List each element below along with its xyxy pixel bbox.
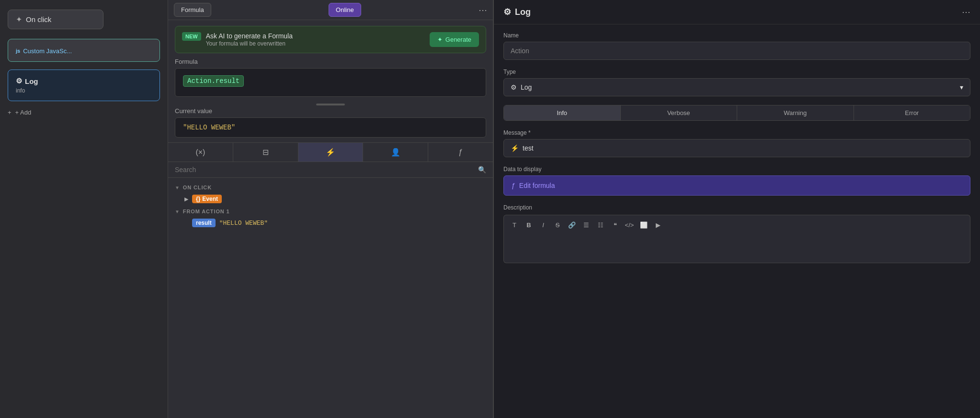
log-subtitle: info bbox=[16, 87, 152, 94]
generate-button[interactable]: ✦ Generate bbox=[430, 32, 479, 47]
current-value-box: "HELLO WEWEB" bbox=[175, 117, 486, 138]
data-label: Data to display bbox=[503, 166, 970, 173]
js-badge: js Custom JavaSc... bbox=[16, 47, 72, 55]
icon-tab-actions[interactable]: ⚡ bbox=[298, 143, 364, 162]
on-click-group-header[interactable]: ▼ ON CLICK bbox=[175, 182, 486, 192]
right-panel-header: ⚙ Log ⋯ bbox=[494, 0, 980, 24]
custom-js-label: Custom JavaSc... bbox=[23, 47, 72, 55]
desc-tool-bold[interactable]: B bbox=[522, 218, 536, 232]
result-badge: result bbox=[192, 219, 216, 227]
tree-section: ▼ ON CLICK ▶ {} Event ▼ FROM ACTION 1 re… bbox=[168, 178, 493, 418]
message-label: Message * bbox=[503, 129, 970, 136]
users-icon: 👤 bbox=[391, 148, 400, 157]
on-click-group-label: ON CLICK bbox=[183, 185, 212, 190]
top-bar: Formula Online ⋯ bbox=[168, 0, 493, 20]
log-gear-icon: ⚙ bbox=[16, 77, 22, 85]
formula-icon: ƒ bbox=[458, 148, 463, 157]
divider-handle[interactable] bbox=[168, 102, 493, 107]
formula-value: Action.result bbox=[183, 75, 244, 87]
log-level-tabs: Info Verbose Warning Error bbox=[503, 105, 970, 121]
divider-pill bbox=[316, 104, 345, 105]
left-panel: ✦ On click js Custom JavaSc... ⚙ Log inf… bbox=[0, 0, 168, 418]
message-input[interactable]: ⚡ test bbox=[503, 139, 970, 157]
from-action-group-header[interactable]: ▼ FROM ACTION 1 bbox=[175, 206, 486, 216]
desc-tool-italic[interactable]: I bbox=[536, 218, 550, 232]
center-panel: Formula Online ⋯ NEW Ask AI to generate … bbox=[168, 0, 493, 418]
right-panel-body: Name Action Type ⚙ Log ▾ Info Verbose Wa… bbox=[494, 24, 980, 418]
desc-tool-text[interactable]: T bbox=[508, 218, 521, 232]
message-field-group: Message * ⚡ test bbox=[503, 129, 970, 157]
spark-icon: ✦ bbox=[16, 15, 22, 24]
add-row[interactable]: + + Add bbox=[8, 109, 160, 116]
ai-banner-left: NEW Ask AI to generate a Formula Your fo… bbox=[182, 32, 293, 47]
data-icon: ⊟ bbox=[262, 148, 269, 157]
type-select[interactable]: ⚙ Log ▾ bbox=[503, 78, 970, 96]
custom-js-card[interactable]: js Custom JavaSc... bbox=[8, 39, 160, 62]
formula-func-icon: ƒ bbox=[512, 182, 515, 189]
ai-text: Ask AI to generate a Formula Your formul… bbox=[206, 32, 293, 47]
curly-icon: {} bbox=[196, 196, 200, 202]
desc-tool-bullet[interactable]: ☰ bbox=[580, 218, 593, 232]
desc-tool-code[interactable]: </> bbox=[623, 218, 636, 232]
log-card[interactable]: ⚙ Log info bbox=[8, 70, 160, 101]
icon-row: (×) ⊟ ⚡ 👤 ƒ bbox=[168, 142, 493, 162]
right-panel-more-button[interactable]: ⋯ bbox=[962, 7, 970, 17]
icon-tab-variables[interactable]: (×) bbox=[168, 143, 233, 162]
wand-icon: ⚡ bbox=[511, 144, 519, 152]
message-value: test bbox=[523, 144, 534, 152]
add-icon: + bbox=[8, 109, 11, 116]
type-value: Log bbox=[521, 83, 532, 91]
type-chevron-icon: ▾ bbox=[960, 83, 963, 91]
generate-spark-icon: ✦ bbox=[437, 36, 443, 43]
name-input[interactable]: Action bbox=[503, 42, 970, 60]
type-label: Type bbox=[503, 69, 970, 75]
type-select-inner: ⚙ Log bbox=[511, 83, 532, 91]
generate-label: Generate bbox=[445, 36, 471, 43]
result-value: "HELLO WEWEB" bbox=[219, 220, 268, 227]
type-log-icon: ⚙ bbox=[511, 83, 517, 91]
edit-formula-label: Edit formula bbox=[519, 182, 555, 189]
icon-tab-data[interactable]: ⊟ bbox=[233, 143, 298, 162]
from-action-chevron-icon: ▼ bbox=[175, 209, 180, 214]
level-tab-verbose[interactable]: Verbose bbox=[621, 105, 738, 120]
event-badge: {} Event bbox=[192, 195, 222, 203]
ai-title: Ask AI to generate a Formula bbox=[206, 32, 293, 40]
edit-formula-button[interactable]: ƒ Edit formula bbox=[503, 175, 970, 196]
name-field-group: Name Action bbox=[503, 32, 970, 60]
on-click-label: On click bbox=[26, 15, 51, 23]
search-icon: 🔍 bbox=[478, 166, 486, 174]
right-panel: ⚙ Log ⋯ Name Action Type ⚙ Log ▾ Info Ve… bbox=[493, 0, 980, 418]
actions-icon: ⚡ bbox=[326, 148, 335, 157]
icon-tab-users[interactable]: 👤 bbox=[363, 143, 428, 162]
level-tab-warning[interactable]: Warning bbox=[737, 105, 854, 120]
ai-subtitle: Your formula will be overwritten bbox=[206, 40, 293, 47]
ai-banner: NEW Ask AI to generate a Formula Your fo… bbox=[175, 26, 486, 53]
desc-tool-image[interactable]: ⬜ bbox=[637, 218, 650, 232]
current-value-label: Current value bbox=[175, 107, 486, 115]
desc-tool-video[interactable]: ▶ bbox=[651, 218, 665, 232]
type-field-group: Type ⚙ Log ▾ bbox=[503, 69, 970, 96]
event-tree-item[interactable]: ▶ {} Event bbox=[175, 192, 486, 206]
desc-tool-quote[interactable]: ❝ bbox=[608, 218, 622, 232]
description-area[interactable] bbox=[503, 234, 970, 263]
name-label: Name bbox=[503, 32, 970, 39]
log-title: ⚙ Log bbox=[16, 77, 152, 85]
desc-tool-strike[interactable]: S bbox=[551, 218, 564, 232]
more-options-button[interactable]: ⋯ bbox=[479, 5, 487, 15]
level-tab-error[interactable]: Error bbox=[854, 105, 970, 120]
log-level-field-group: Info Verbose Warning Error bbox=[503, 105, 970, 121]
data-display-field-group: Data to display ƒ Edit formula bbox=[503, 166, 970, 196]
result-tree-item[interactable]: result "HELLO WEWEB" bbox=[175, 216, 486, 230]
icon-tab-formula[interactable]: ƒ bbox=[428, 143, 493, 162]
tab-formula[interactable]: Formula bbox=[174, 3, 211, 17]
variables-icon: (×) bbox=[195, 148, 205, 157]
search-input[interactable] bbox=[175, 166, 474, 174]
level-tab-info[interactable]: Info bbox=[504, 105, 621, 120]
desc-tool-numbered[interactable]: ☷ bbox=[594, 218, 607, 232]
tab-online[interactable]: Online bbox=[329, 3, 361, 17]
on-click-chevron-icon: ▼ bbox=[175, 185, 180, 190]
on-click-button[interactable]: ✦ On click bbox=[8, 10, 103, 29]
formula-section: Formula Action.result bbox=[168, 58, 493, 102]
desc-tool-link[interactable]: 🔗 bbox=[565, 218, 579, 232]
formula-box[interactable]: Action.result bbox=[175, 68, 486, 97]
